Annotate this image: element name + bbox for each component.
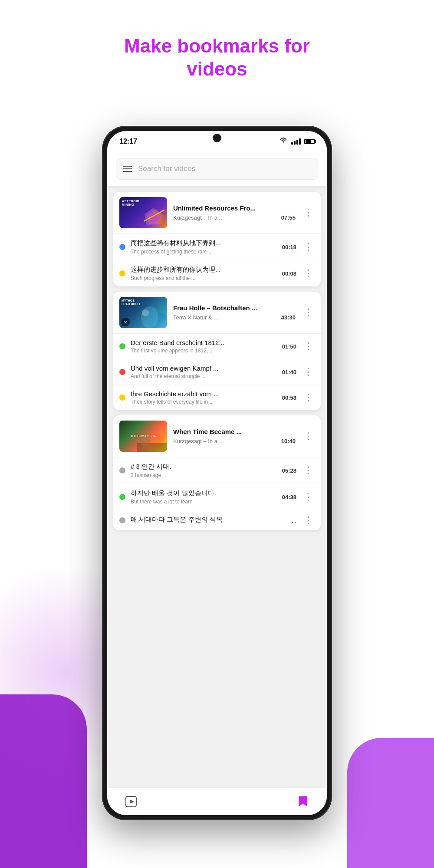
video-title-1: Unlimited Resources Fro... — [173, 204, 296, 212]
video-meta-1: Kurzgesagt – In a ... 07:55 — [173, 214, 296, 221]
bookmark-items-3: # 3 인간 시대. 3 human age 05:28 ⋮ 하지만 배울 것이… — [113, 457, 321, 530]
bookmark-more-button[interactable]: ⋮ — [302, 492, 315, 502]
bookmark-dot — [119, 244, 125, 250]
more-button-2[interactable]: ⋮ — [302, 308, 315, 317]
video-channel-3: Kurzgesagt – In a ... — [173, 438, 224, 444]
bookmark-subtext: Such progress and all the ... — [131, 275, 277, 281]
svg-point-0 — [283, 142, 284, 143]
bg-decoration-left — [0, 694, 87, 868]
hamburger-line-3 — [123, 171, 132, 172]
bookmark-info: 而把这些稀有材料从地下弄到... The process of getting … — [131, 239, 277, 255]
bookmark-subtext: Their story tells of everyday life in ..… — [131, 399, 277, 405]
search-input[interactable]: Search for videos — [138, 164, 195, 173]
video-header-2: Mythos FRAU HOLLE ✕ — [113, 292, 321, 333]
bookmark-info: Ihre Geschichte erzählt vom ... Their st… — [131, 390, 277, 405]
more-button-3[interactable]: ⋮ — [302, 431, 315, 441]
hamburger-icon[interactable] — [123, 166, 132, 172]
bookmark-item: 하지만 배울 것이 많았습니다. But there was a lot to … — [113, 484, 321, 510]
video-card-2: Mythos FRAU HOLLE ✕ — [113, 292, 321, 410]
search-bar-container: Search for videos — [107, 152, 327, 186]
phone-mockup: 12:17 — [102, 126, 332, 820]
status-time: 12:17 — [119, 138, 137, 145]
signal-icon — [291, 138, 301, 145]
bookmark-text: # 3 인간 시대. — [131, 463, 277, 471]
video-thumbnail-2: Mythos FRAU HOLLE ✕ — [119, 297, 167, 328]
bookmark-item: Und voll vom ewigen Kampf ... And full o… — [113, 359, 321, 385]
bottom-bar — [107, 787, 327, 815]
bookmark-info: 这样的进步和所有的你认为理... Such progress and all t… — [131, 266, 277, 281]
bookmark-dot — [119, 494, 125, 500]
bookmark-dot — [119, 517, 125, 523]
video-card-1: ASTEROID MINING — [113, 192, 321, 286]
svg-marker-12 — [130, 799, 134, 804]
bookmark-time: ... — [292, 517, 296, 524]
bookmark-subtext: The first volume appears in 1812, ... — [131, 348, 277, 354]
play-icon[interactable] — [125, 795, 138, 808]
bookmark-info: # 3 인간 시대. 3 human age — [131, 463, 277, 478]
video-info-1: Unlimited Resources Fro... Kurzgesagt – … — [173, 204, 296, 221]
bookmark-item: 而把这些稀有材料从地下弄到... The process of getting … — [113, 234, 321, 260]
bookmark-dot — [119, 270, 125, 276]
thumbnail-label-1: ASTEROID MINING — [122, 200, 139, 207]
thumbnail-human: THE HUMAN ERA — [119, 421, 167, 452]
bookmark-time: 00:18 — [282, 244, 296, 250]
wifi-icon — [279, 137, 288, 146]
bookmark-more-button[interactable]: ⋮ — [302, 367, 315, 377]
more-button-1[interactable]: ⋮ — [302, 208, 315, 217]
bookmark-dot — [119, 369, 125, 375]
bookmark-dot — [119, 343, 125, 349]
bookmark-info: 매 세대마다 그득은 주변의 식목 — [131, 516, 286, 525]
svg-point-6 — [141, 306, 158, 328]
video-header-1: ASTEROID MINING — [113, 192, 321, 233]
bookmark-time: 00:08 — [282, 270, 296, 277]
thumbnail-label-2: Mythos FRAU HOLLE — [122, 299, 141, 306]
phone-screen: 12:17 — [107, 131, 327, 815]
video-channel-2: Terra X Natur & ... — [173, 314, 218, 321]
bookmark-item: 매 세대마다 그득은 주변의 식목 ... ⋮ — [113, 510, 321, 530]
battery-icon — [304, 139, 315, 144]
bookmark-text: 而把这些稀有材料从地下弄到... — [131, 239, 277, 247]
video-thumbnail-3: THE HUMAN ERA — [119, 421, 167, 452]
screen-content: Search for videos ASTEROID MINING — [107, 152, 327, 815]
search-bar[interactable]: Search for videos — [116, 158, 318, 180]
bookmark-text: Und voll vom ewigen Kampf ... — [131, 365, 277, 372]
phone-frame: 12:17 — [102, 126, 332, 820]
video-duration-2: 43:30 — [281, 314, 296, 321]
bookmark-text: 매 세대마다 그득은 주변의 식목 — [131, 516, 286, 524]
thumbnail-frau: Mythos FRAU HOLLE ✕ — [119, 297, 167, 328]
svg-rect-9 — [137, 443, 167, 452]
bookmark-text: Ihre Geschichte erzählt vom ... — [131, 390, 277, 398]
hamburger-line-2 — [123, 168, 132, 169]
svg-point-10 — [140, 433, 151, 447]
bookmark-more-button[interactable]: ⋮ — [302, 516, 315, 525]
video-info-3: When Time Became ... Kurzgesagt – In a .… — [173, 428, 296, 444]
bookmark-dot — [119, 467, 125, 473]
bookmark-time: 04:38 — [282, 494, 296, 500]
bookmark-time: 05:28 — [282, 467, 296, 474]
bookmark-items-1: 而把这些稀有材料从地下弄到... The process of getting … — [113, 233, 321, 286]
bg-decoration-right — [347, 738, 434, 868]
video-header-3: THE HUMAN ERA When Time Became ... — [113, 415, 321, 457]
bookmark-subtext: But there was a lot to learn — [131, 499, 277, 505]
cards-area: ASTEROID MINING — [107, 186, 327, 536]
bookmark-more-button[interactable]: ⋮ — [302, 393, 315, 402]
bookmark-dot — [119, 395, 125, 401]
svg-point-7 — [142, 309, 149, 316]
bookmark-more-button[interactable]: ⋮ — [302, 269, 315, 278]
hamburger-line-1 — [123, 166, 132, 167]
bookmark-more-button[interactable]: ⋮ — [302, 466, 315, 475]
bookmark-info: 하지만 배울 것이 많았습니다. But there was a lot to … — [131, 489, 277, 505]
bookmark-more-button[interactable]: ⋮ — [302, 342, 315, 351]
bookmark-subtext: 3 human age — [131, 472, 277, 478]
bookmark-item: Der erste Band erscheint 1812... The fir… — [113, 334, 321, 359]
bookmark-more-button[interactable]: ⋮ — [302, 242, 315, 252]
bookmark-item: Ihre Geschichte erzählt vom ... Their st… — [113, 385, 321, 410]
video-card-3: THE HUMAN ERA When Time Became ... — [113, 415, 321, 530]
video-meta-3: Kurzgesagt – In a ... 10:40 — [173, 438, 296, 444]
video-meta-2: Terra X Natur & ... 43:30 — [173, 314, 296, 321]
video-title-2: Frau Holle – Botschaften ... — [173, 304, 296, 312]
video-title-3: When Time Became ... — [173, 428, 296, 435]
bookmark-text: 하지만 배울 것이 많았습니다. — [131, 489, 277, 497]
bookmark-item: # 3 인간 시대. 3 human age 05:28 ⋮ — [113, 457, 321, 484]
bookmark-icon[interactable] — [296, 795, 309, 808]
